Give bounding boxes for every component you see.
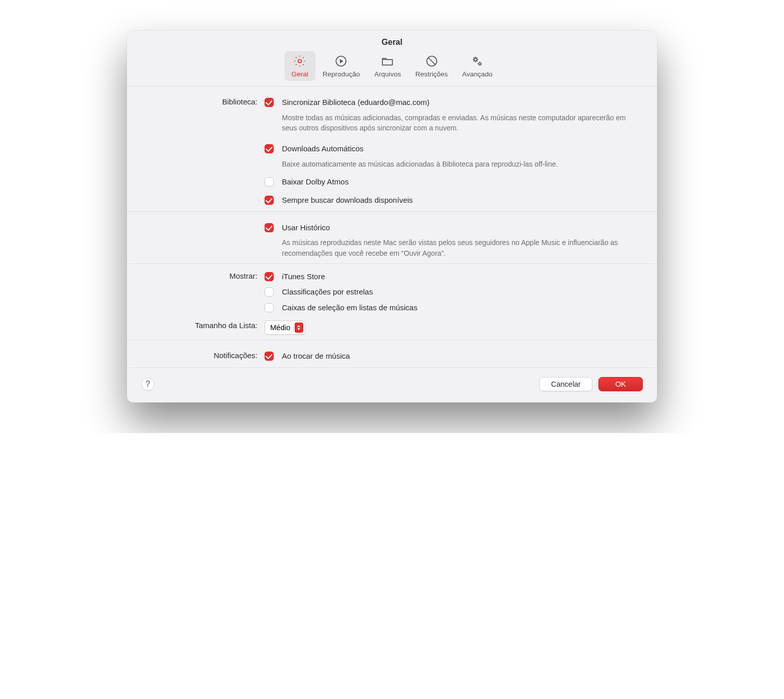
star-ratings-title: Classificações por estrelas <box>282 286 637 298</box>
svg-point-5 <box>479 63 481 65</box>
folder-icon <box>380 54 395 68</box>
tab-label: Avançado <box>462 70 493 78</box>
gears-icon <box>470 54 484 68</box>
content-area: Biblioteca: Sincronizar Biblioteca (edua… <box>127 87 657 367</box>
auto-downloads-desc: Baixe automaticamente as músicas adicion… <box>282 159 637 169</box>
tab-label: Reprodução <box>323 70 360 78</box>
sync-library-desc: Mostre todas as músicas adicionadas, com… <box>282 113 637 133</box>
use-history-checkbox[interactable] <box>265 223 274 232</box>
use-history-desc: As músicas reproduzidas neste Mac serão … <box>282 237 637 258</box>
play-icon <box>334 54 348 68</box>
help-button[interactable]: ? <box>141 378 154 391</box>
show-label: Mostrar: <box>127 271 259 280</box>
list-size-label: Tamanho da Lista: <box>127 320 259 330</box>
list-size-select[interactable]: Médio <box>265 320 306 335</box>
gear-icon <box>293 54 307 68</box>
svg-point-4 <box>474 58 477 61</box>
prohibit-icon <box>425 54 439 68</box>
song-list-checkboxes-title: Caixas de seleção em listas de músicas <box>282 302 637 314</box>
list-size-value: Médio <box>270 324 291 332</box>
tab-files[interactable]: Arquivos <box>367 51 408 81</box>
show-section: Mostrar: iTunes Store Classificações por… <box>127 264 657 341</box>
always-fetch-title: Sempre buscar downloads disponíveis <box>282 195 637 206</box>
tab-playback[interactable]: Reprodução <box>316 51 368 81</box>
notifications-section: Notificações: Ao trocar de música <box>127 340 657 367</box>
song-change-checkbox[interactable] <box>265 352 274 361</box>
select-stepper-icon <box>295 322 303 333</box>
use-history-title: Usar Histórico <box>282 222 637 234</box>
library-section: Biblioteca: Sincronizar Biblioteca (edua… <box>127 87 657 212</box>
tab-label: Geral <box>292 70 308 78</box>
always-fetch-checkbox[interactable] <box>265 196 274 205</box>
tab-general[interactable]: Geral <box>284 51 316 81</box>
library-label: Biblioteca: <box>127 97 259 106</box>
itunes-store-checkbox[interactable] <box>265 272 274 281</box>
tab-label: Arquivos <box>374 70 401 78</box>
history-section: Usar Histórico As músicas reproduzidas n… <box>127 212 657 264</box>
preferences-window: Geral Geral Reprodução Arquivos Restriçõ… <box>127 31 657 402</box>
toolbar: Geral Reprodução Arquivos Restrições Ava… <box>127 50 657 87</box>
notifications-label: Notificações: <box>127 351 259 360</box>
ok-button[interactable]: OK <box>598 377 643 391</box>
tab-label: Restrições <box>415 70 448 78</box>
svg-line-3 <box>428 58 435 65</box>
song-list-checkboxes-checkbox[interactable] <box>265 303 274 312</box>
song-change-title: Ao trocar de música <box>282 351 637 362</box>
auto-downloads-title: Downloads Automáticos <box>282 143 637 155</box>
star-ratings-checkbox[interactable] <box>265 287 274 297</box>
sync-library-title: Sincronizar Biblioteca (eduardo@mac.com) <box>282 97 637 109</box>
tab-restrictions[interactable]: Restrições <box>408 51 455 81</box>
itunes-store-title: iTunes Store <box>282 271 637 283</box>
window-title: Geral <box>127 31 657 50</box>
tab-advanced[interactable]: Avançado <box>455 51 500 81</box>
dolby-atmos-checkbox[interactable] <box>265 177 274 186</box>
dolby-atmos-title: Baixar Dolby Atmos <box>282 176 637 188</box>
auto-downloads-checkbox[interactable] <box>265 144 274 153</box>
footer: ? Cancelar OK <box>127 367 657 402</box>
cancel-button[interactable]: Cancelar <box>539 377 592 391</box>
sync-library-checkbox[interactable] <box>265 98 274 107</box>
svg-point-0 <box>298 60 302 63</box>
